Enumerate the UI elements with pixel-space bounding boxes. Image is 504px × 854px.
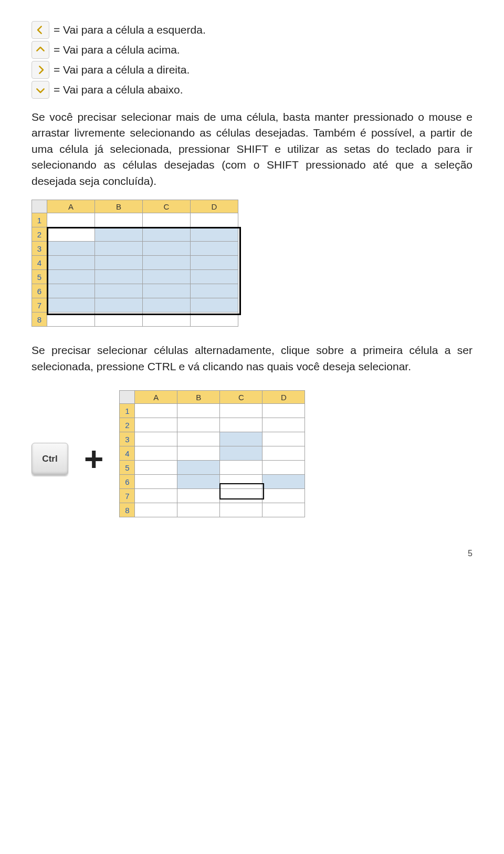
cell: [262, 503, 305, 517]
cell: [95, 270, 143, 284]
cell: [95, 213, 143, 227]
cell: [47, 298, 95, 313]
row-header: 8: [120, 503, 135, 517]
cell: [177, 461, 220, 475]
cell: [135, 461, 177, 475]
cell: [191, 256, 238, 270]
cell: [220, 404, 262, 418]
cell: [177, 432, 220, 446]
cell: [135, 489, 177, 503]
cell: [47, 284, 95, 298]
row-header: 1: [120, 404, 135, 418]
col-header: B: [95, 200, 143, 213]
cell: [143, 313, 191, 327]
row-header: 4: [120, 446, 135, 461]
excel-grid-1: ABCD12345678: [32, 200, 238, 327]
row-header: 5: [120, 461, 135, 475]
cell: [95, 242, 143, 256]
cell: [177, 418, 220, 432]
cell: [191, 213, 238, 227]
cell: [262, 446, 305, 461]
cell: [177, 446, 220, 461]
row-header: 3: [120, 432, 135, 446]
excel-grid-2: ABCD12345678: [119, 390, 305, 517]
arrow-line-down: = Vai para a célula abaixo.: [32, 81, 472, 99]
cell: [143, 242, 191, 256]
col-header: A: [135, 391, 177, 404]
cell: [191, 242, 238, 256]
row-header: 6: [120, 475, 135, 489]
ctrl-key-icon: Ctrl: [32, 443, 68, 475]
col-header: A: [47, 200, 95, 213]
cell: [143, 256, 191, 270]
paragraph-ctrl-select: Se precisar selecionar células alternada…: [32, 342, 472, 374]
paragraph-shift-select: Se você precisar selecionar mais de uma …: [32, 109, 472, 189]
arrow-right-icon: [32, 61, 49, 79]
row-header: 4: [32, 256, 47, 270]
cell: [47, 213, 95, 227]
arrow-line-right: = Vai para a célula a direita.: [32, 61, 472, 79]
row-header: 7: [120, 489, 135, 503]
row-header: 5: [32, 270, 47, 284]
cell: [95, 298, 143, 313]
col-header: D: [262, 391, 305, 404]
arrow-line-up: = Vai para a célula acima.: [32, 41, 472, 59]
cell: [191, 270, 238, 284]
arrow-line-left: = Vai para a célula a esquerda.: [32, 21, 472, 39]
cell: [135, 404, 177, 418]
cell: [95, 256, 143, 270]
col-header: C: [220, 391, 262, 404]
row-header: 7: [32, 298, 47, 313]
cell: [135, 446, 177, 461]
cell: [191, 227, 238, 242]
cell: [135, 418, 177, 432]
cell: [47, 270, 95, 284]
cell: [177, 404, 220, 418]
row-header: 2: [120, 418, 135, 432]
cell: [191, 298, 238, 313]
cell: [220, 446, 262, 461]
cell: [191, 313, 238, 327]
cell: [220, 475, 262, 489]
cell: [135, 432, 177, 446]
col-header: B: [177, 391, 220, 404]
plus-icon: +: [84, 442, 103, 476]
row-header: 8: [32, 313, 47, 327]
cell: [177, 503, 220, 517]
ctrl-plus-figure: Ctrl + ABCD12345678: [32, 385, 472, 533]
row-header: 6: [32, 284, 47, 298]
cell: [143, 284, 191, 298]
cell: [135, 503, 177, 517]
col-header: D: [191, 200, 238, 213]
excel-selection-figure: ABCD12345678: [32, 200, 238, 327]
arrow-legend: = Vai para a célula a esquerda. = Vai pa…: [32, 21, 472, 99]
cell: [262, 461, 305, 475]
cell: [262, 418, 305, 432]
cell: [143, 227, 191, 242]
cell: [220, 432, 262, 446]
arrow-left-icon: [32, 21, 49, 39]
cell: [262, 475, 305, 489]
cell: [95, 313, 143, 327]
cell: [47, 242, 95, 256]
cell: [143, 298, 191, 313]
excel-ctrl-figure: ABCD12345678: [119, 385, 305, 533]
arrow-up-icon: [32, 41, 49, 59]
cell: [47, 313, 95, 327]
row-header: 3: [32, 242, 47, 256]
row-header: 1: [32, 213, 47, 227]
cell: [47, 227, 95, 242]
cell: [177, 475, 220, 489]
cell: [47, 256, 95, 270]
cell: [262, 432, 305, 446]
cell: [220, 418, 262, 432]
cell: [95, 227, 143, 242]
page-number: 5: [32, 549, 472, 558]
cell: [135, 475, 177, 489]
cell: [95, 284, 143, 298]
arrow-line-text: = Vai para a célula acima.: [54, 44, 180, 56]
cell: [191, 284, 238, 298]
cell: [220, 489, 262, 503]
arrow-down-icon: [32, 81, 49, 99]
cell: [262, 404, 305, 418]
